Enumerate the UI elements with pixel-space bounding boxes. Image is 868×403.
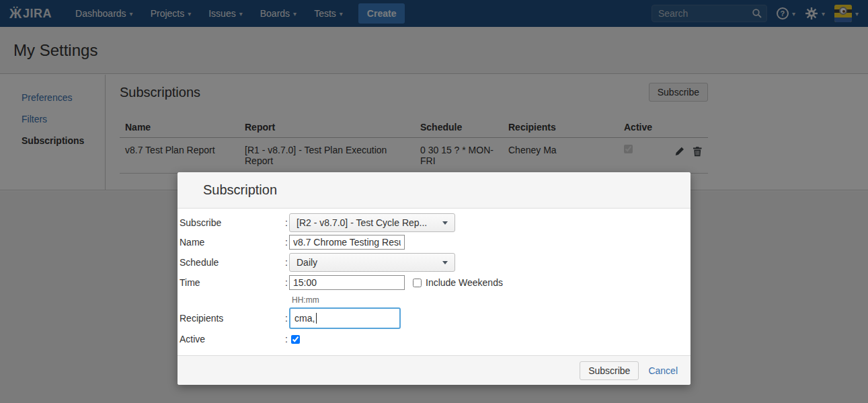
include-weekends-label: Include Weekends xyxy=(426,277,503,288)
dialog-body: Subscribe [R2 - v8.7.0] - Test Cycle Rep… xyxy=(177,209,691,355)
schedule-select-value: Daily xyxy=(297,257,317,268)
name-field-label: Name xyxy=(180,237,285,248)
recipients-input[interactable]: cma, xyxy=(289,307,401,329)
report-select[interactable]: [R2 - v8.7.0] - Test Cycle Rep... xyxy=(289,213,455,232)
recipients-field-row: Recipients cma, xyxy=(180,307,401,329)
time-format-hint: HH:mm xyxy=(292,295,319,305)
subscribe-field-row: Subscribe [R2 - v8.7.0] - Test Cycle Rep… xyxy=(180,213,455,232)
dialog-header: Subscription xyxy=(177,172,691,209)
subscription-dialog: Subscription Subscribe [R2 - v8.7.0] - T… xyxy=(177,172,691,385)
time-field-row: Time Include Weekends xyxy=(180,275,503,290)
name-input[interactable] xyxy=(289,235,405,250)
active-checkbox[interactable] xyxy=(291,335,300,344)
report-select-value: [R2 - v8.7.0] - Test Cycle Rep... xyxy=(297,217,427,228)
schedule-field-label: Schedule xyxy=(180,257,285,268)
time-input[interactable] xyxy=(289,275,405,290)
colon xyxy=(285,334,289,344)
include-weekends-checkbox[interactable] xyxy=(413,279,422,287)
dialog-cancel-link[interactable]: Cancel xyxy=(648,365,678,376)
subscribe-field-label: Subscribe xyxy=(180,217,285,228)
active-field-label: Active xyxy=(180,334,285,344)
chevron-down-icon xyxy=(442,261,448,264)
recipients-input-value: cma, xyxy=(294,313,315,324)
schedule-field-row: Schedule Daily xyxy=(180,253,455,272)
app-window: JIRA Dashboards Projects Issues Boards T… xyxy=(0,0,868,403)
recipients-field-label: Recipients xyxy=(180,313,285,324)
dialog-subscribe-button[interactable]: Subscribe xyxy=(580,361,639,380)
text-cursor xyxy=(316,313,317,324)
dialog-title: Subscription xyxy=(203,182,277,198)
dialog-footer: Subscribe Cancel xyxy=(177,355,691,385)
active-field-row: Active xyxy=(180,334,300,344)
name-field-row: Name xyxy=(180,235,405,250)
time-field-label: Time xyxy=(180,277,285,288)
schedule-select[interactable]: Daily xyxy=(289,253,455,272)
chevron-down-icon xyxy=(442,221,448,225)
